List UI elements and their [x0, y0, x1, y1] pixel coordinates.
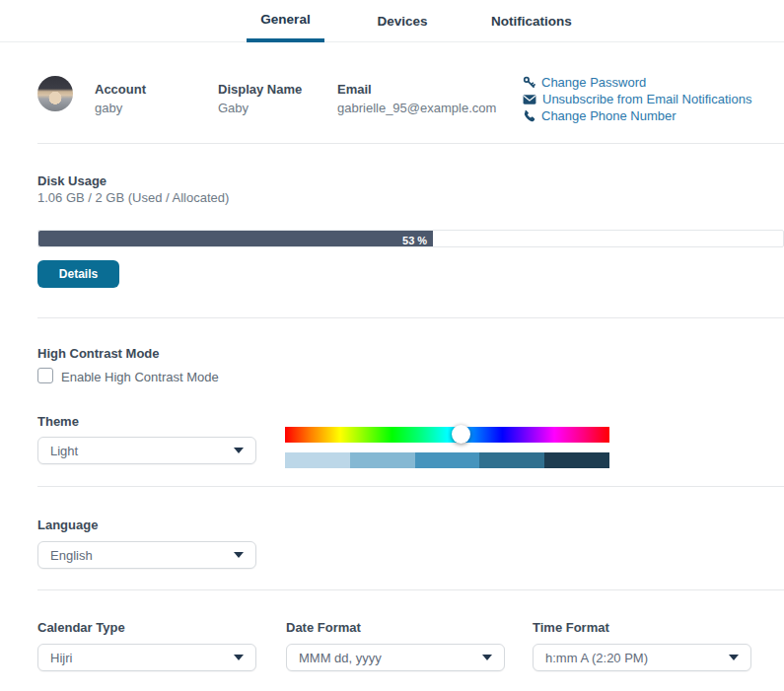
email-label: Email: [337, 82, 496, 97]
change-password-link[interactable]: Change Password: [523, 74, 646, 91]
language-select-value: English: [50, 548, 234, 563]
language-label: Language: [37, 518, 98, 532]
chevron-down-icon: [482, 655, 492, 660]
time-format-label: Time Format: [533, 620, 609, 635]
divider: [37, 143, 784, 144]
tab-general-label: General: [260, 12, 310, 27]
email-value: gabrielle_95@example.com: [337, 101, 496, 115]
theme-select-value: Light: [50, 444, 234, 458]
tab-devices[interactable]: Devices: [364, 0, 441, 42]
theme-label: Theme: [37, 414, 79, 429]
calendar-type-select[interactable]: Hijri: [37, 644, 256, 671]
unsubscribe-email-link[interactable]: Unsubscribe from Email Notifications: [523, 91, 751, 107]
tab-notifications[interactable]: Notifications: [480, 0, 583, 42]
date-format-select[interactable]: MMM dd, yyyy: [286, 644, 505, 671]
theme-swatch: [350, 452, 415, 468]
chevron-down-icon: [234, 655, 244, 660]
date-format-value: MMM dd, yyyy: [299, 651, 482, 665]
disk-usage-bar: 53 %: [37, 230, 784, 247]
theme-swatch: [544, 452, 609, 468]
divider: [37, 486, 784, 487]
tab-bar: General Devices Notifications: [0, 0, 784, 42]
high-contrast-checkbox[interactable]: [37, 368, 53, 383]
phone-icon: [523, 109, 535, 122]
change-password-label: Change Password: [541, 75, 646, 90]
high-contrast-checkbox-label: Enable High Contrast Mode: [61, 370, 219, 384]
change-phone-link[interactable]: Change Phone Number: [523, 107, 677, 124]
calendar-type-value: Hijri: [50, 651, 234, 665]
theme-swatch: [415, 452, 480, 468]
display-name-label: Display Name: [218, 82, 302, 97]
settings-page: General Devices Notifications Account ga…: [0, 0, 784, 691]
display-name-field: Display Name Gaby: [218, 82, 302, 115]
account-value: gaby: [95, 101, 146, 115]
language-select[interactable]: English: [37, 541, 256, 569]
theme-swatches: [285, 452, 609, 468]
date-format-label: Date Format: [286, 620, 361, 635]
tab-general[interactable]: General: [247, 0, 324, 42]
envelope-icon: [523, 94, 536, 105]
disk-usage-fill: 53 %: [38, 231, 433, 246]
theme-swatch: [285, 452, 350, 468]
disk-usage-percent: 53 %: [402, 235, 433, 246]
divider: [37, 589, 784, 590]
disk-usage-subtitle: 1.06 GB / 2 GB (Used / Allocated): [37, 190, 229, 205]
account-field: Account gaby: [95, 82, 146, 115]
hue-slider-handle[interactable]: [452, 425, 470, 444]
chevron-down-icon: [234, 448, 244, 453]
divider: [37, 317, 784, 318]
details-button[interactable]: Details: [37, 260, 119, 288]
tab-devices-label: Devices: [377, 14, 427, 29]
time-format-select[interactable]: h:mm A (2:20 PM): [533, 644, 751, 671]
calendar-type-label: Calendar Type: [37, 620, 125, 635]
chevron-down-icon: [234, 552, 244, 558]
change-phone-label: Change Phone Number: [541, 108, 677, 123]
avatar: [37, 76, 73, 111]
time-format-value: h:mm A (2:20 PM): [545, 651, 729, 665]
disk-usage-title: Disk Usage: [37, 173, 107, 188]
theme-select[interactable]: Light: [37, 437, 256, 464]
unsubscribe-email-label: Unsubscribe from Email Notifications: [542, 92, 751, 106]
account-label: Account: [95, 82, 146, 97]
email-field: Email gabrielle_95@example.com: [337, 82, 496, 115]
high-contrast-title: High Contrast Mode: [37, 346, 160, 361]
hue-slider[interactable]: [285, 427, 609, 443]
display-name-value: Gaby: [218, 101, 302, 115]
theme-swatch: [479, 452, 544, 468]
chevron-down-icon: [729, 655, 739, 660]
key-icon: [523, 76, 535, 89]
tab-notifications-label: Notifications: [491, 14, 572, 29]
